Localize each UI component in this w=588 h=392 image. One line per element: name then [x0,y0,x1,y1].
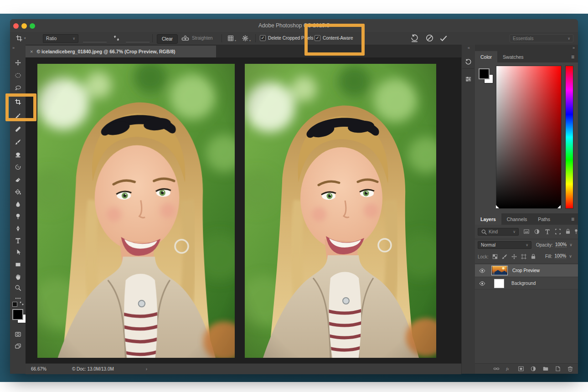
photo-before-crop[interactable] [37,64,235,358]
color-field-marker[interactable] [557,205,561,208]
clone-stamp-tool[interactable] [12,150,24,160]
properties-panel-icon[interactable] [463,73,474,85]
gear-dropdown-arrow[interactable]: ▾ [249,39,251,42]
move-tool[interactable] [12,57,24,67]
crop-tool[interactable] [12,97,24,107]
cancel-crop-icon[interactable] [425,34,434,42]
lock-all-icon[interactable] [530,253,536,260]
status-options-chevron-icon[interactable]: › [146,366,147,371]
layers-panel-menu-icon[interactable]: ≡ [567,213,578,225]
default-colors-icon[interactable] [12,302,17,307]
delete-cropped-pixels-checkbox[interactable]: ✓ Delete Cropped Pixels [260,35,314,41]
filter-smart-objects-icon[interactable] [565,228,571,235]
tab-swatches[interactable]: Swatches [497,51,529,62]
lock-artboard-icon[interactable] [521,253,527,260]
crop-height-field[interactable] [126,35,150,42]
panel-foreground-swatch[interactable] [479,68,490,79]
fill-control[interactable]: Fill: 100% ∨ [545,253,578,259]
hue-slider[interactable] [565,66,573,209]
blur-tool[interactable] [12,199,24,209]
crop-overlay-grid-icon[interactable] [227,35,234,42]
filter-pixel-layers-icon[interactable] [523,228,530,235]
lock-transparency-icon[interactable] [492,253,498,260]
dock-collapse-icon[interactable]: « [468,46,469,50]
layer-visibility-eye-icon[interactable] [479,280,485,287]
content-aware-label: Content-Aware [323,36,353,41]
filter-type-layers-icon[interactable] [544,228,551,235]
adjustment-layer-icon[interactable] [530,366,536,372]
hand-tool[interactable] [12,272,24,282]
fill-value[interactable]: 100% [555,253,567,259]
eyedropper-tool[interactable] [12,111,24,121]
path-selection-tool[interactable] [12,247,24,257]
layer-row-background[interactable]: Background [475,277,578,289]
opacity-control[interactable]: Opacity: 100% ∨ [536,242,578,248]
layer-name: Background [511,281,536,286]
add-layer-mask-icon[interactable] [518,366,524,372]
crop-preset-dropdown-arrow[interactable]: ▾ [24,36,26,40]
panel-expand-icon[interactable]: » [573,46,574,50]
swap-dimensions-icon[interactable] [113,35,120,41]
color-panel-menu-icon[interactable]: ≡ [567,51,578,62]
layer-row-crop-preview[interactable]: Crop Preview [475,264,578,277]
eraser-tool[interactable] [12,175,24,185]
layer-filter-kind-select[interactable]: Kind ∨ [478,228,519,236]
document-tab[interactable]: × © icelandiceberg_01840.jpeg @ 66.7% (C… [26,46,216,57]
type-tool[interactable] [12,235,24,245]
dodge-tool[interactable] [12,211,24,221]
gradient-tool[interactable] [12,187,24,197]
layer-thumbnail[interactable] [491,266,508,275]
ratio-preset-select[interactable]: Ratio ∨ [43,34,78,43]
zoom-tool[interactable] [12,283,24,293]
crop-settings-gear-icon[interactable] [242,35,249,42]
content-aware-checkbox[interactable]: ✓ Content-Aware [315,35,353,41]
layer-style-fx-icon[interactable] [505,366,512,372]
chevron-down-icon[interactable]: ∨ [569,242,572,247]
straighten-label[interactable]: Straighten [192,36,213,41]
lasso-tool[interactable] [12,83,24,93]
grid-dropdown-arrow[interactable]: ▾ [235,39,236,42]
clear-button[interactable]: Clear [157,34,178,44]
tab-channels[interactable]: Channels [501,213,532,225]
link-layers-icon[interactable] [493,366,500,372]
opacity-value[interactable]: 100% [555,242,567,248]
filter-shape-layers-icon[interactable] [555,228,561,235]
color-field-marker[interactable] [496,205,499,208]
delete-layer-trash-icon[interactable] [567,366,573,372]
crop-width-field[interactable] [83,35,107,42]
new-layer-icon[interactable] [555,366,561,372]
history-panel-icon[interactable] [463,56,474,67]
marquee-tool[interactable] [12,70,24,80]
straighten-icon[interactable] [181,35,189,42]
tab-close-icon[interactable]: × [30,49,33,54]
new-group-folder-icon[interactable] [542,366,549,372]
swap-colors-icon[interactable] [19,301,24,306]
layer-visibility-eye-icon[interactable] [479,268,485,274]
lock-position-icon[interactable] [511,253,517,260]
color-saturation-brightness-field[interactable] [496,66,562,209]
rectangle-tool[interactable] [12,259,24,269]
filter-toggle-pin-icon[interactable] [573,228,579,235]
tab-color[interactable]: Color [475,51,497,62]
workspace-select[interactable]: Essentials ∨ [510,34,573,42]
tools-panel-expand-icon[interactable]: » [12,46,14,50]
filter-adjustment-layers-icon[interactable] [534,228,540,235]
layer-thumbnail[interactable] [494,279,504,288]
blend-mode-select[interactable]: Normal ∨ [478,241,531,249]
lock-pixels-icon[interactable] [501,253,508,260]
crop-tool-options-icon[interactable] [15,35,23,42]
commit-crop-icon[interactable] [439,34,448,43]
zoom-level-field[interactable]: 66.67% [31,366,46,371]
tab-paths[interactable]: Paths [532,213,556,225]
quick-mask-mode-icon[interactable] [12,329,24,339]
reset-crop-icon[interactable] [410,34,419,42]
spot-healing-tool[interactable] [12,124,24,134]
foreground-color-swatch[interactable] [12,309,23,320]
screen-mode-icon[interactable] [12,341,24,351]
photo-after-content-aware-crop[interactable] [245,64,436,358]
history-brush-tool[interactable] [12,162,24,172]
pen-tool[interactable] [12,223,24,233]
chevron-down-icon[interactable]: ∨ [569,254,572,258]
tab-layers[interactable]: Layers [475,213,501,225]
brush-tool[interactable] [12,137,24,147]
